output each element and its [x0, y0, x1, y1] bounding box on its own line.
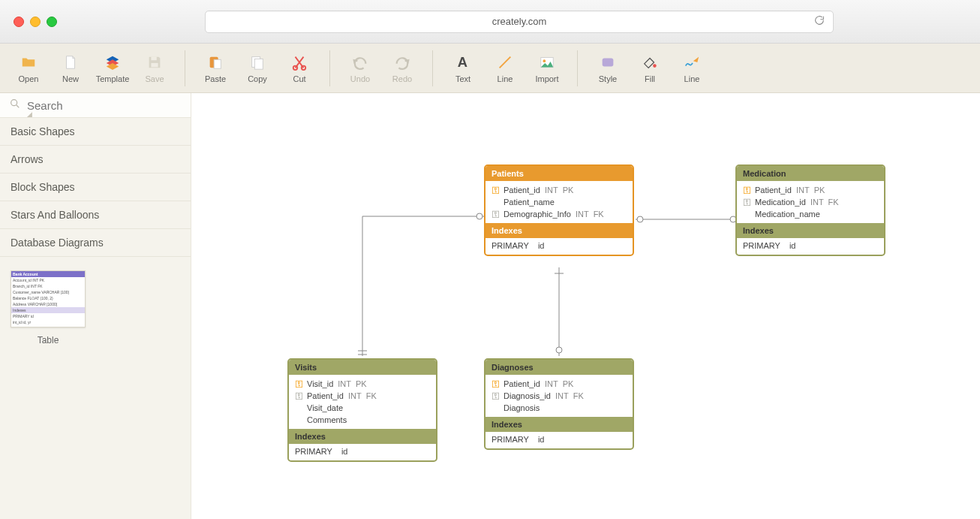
svg-text:A: A: [458, 54, 467, 70]
svg-point-6: [293, 65, 298, 70]
indexes-header: Indexes: [289, 429, 436, 444]
table-row: Visit_date: [293, 402, 436, 414]
svg-line-9: [500, 56, 511, 68]
paste-label: Paste: [205, 74, 226, 83]
fill-icon: [639, 53, 660, 71]
svg-point-14: [11, 100, 17, 106]
connector-patients-visits[interactable]: [358, 213, 493, 367]
cut-label: Cut: [293, 74, 305, 83]
svg-point-11: [543, 59, 546, 62]
table-row: ⚿ Patient_id INT PK: [490, 378, 633, 390]
line-label: Line: [498, 74, 513, 83]
svg-point-7: [302, 65, 306, 70]
palette-table-shape[interactable]: Bank Account Account_id INT PK Branch_id…: [11, 270, 86, 345]
line-button[interactable]: Line: [484, 48, 526, 89]
template-button[interactable]: Template: [92, 48, 134, 89]
key-icon: ⚿: [295, 379, 302, 388]
undo-icon: [350, 53, 371, 71]
save-button[interactable]: Save: [134, 48, 176, 89]
style-button[interactable]: Style: [587, 48, 629, 89]
index-row: PRIMARYid: [485, 432, 633, 448]
close-window-button[interactable]: [14, 17, 24, 27]
key-icon: ⚿: [743, 186, 750, 195]
search-icon: [9, 98, 21, 113]
svg-rect-5: [254, 59, 263, 69]
table-visits[interactable]: Visits ⚿ Visit_id INT PK ⚿ Patient_id IN…: [287, 358, 437, 462]
dropdown-caret-icon[interactable]: ◢: [27, 110, 32, 118]
open-button[interactable]: Open: [8, 48, 50, 89]
connector-patients-diagnoses[interactable]: [553, 267, 565, 364]
line-icon: [495, 53, 516, 71]
search-input[interactable]: [27, 99, 182, 112]
table-row: ⚿ Visit_id INT PK: [293, 378, 436, 390]
indexes-header: Indexes: [485, 417, 633, 432]
import-button[interactable]: Import: [526, 48, 568, 89]
redo-icon: [392, 53, 413, 71]
maximize-window-button[interactable]: [47, 17, 57, 27]
table-title: Visits: [289, 360, 436, 375]
key-icon: ⚿: [492, 391, 499, 400]
table-diagnoses[interactable]: Diagnoses ⚿ Patient_id INT PK ⚿ Diagnosi…: [484, 358, 634, 450]
new-label: New: [62, 74, 79, 83]
palette-thumb: Bank Account Account_id INT PK Branch_id…: [11, 270, 86, 327]
sidebar-item-block-shapes[interactable]: Block Shapes: [0, 174, 191, 201]
table-row: ⚿ Diagnosis_id INT FK: [490, 390, 633, 402]
browser-chrome: creately.com: [0, 0, 980, 44]
line-style-icon: [681, 53, 702, 71]
copy-button[interactable]: Copy: [236, 48, 278, 89]
save-label: Save: [145, 74, 164, 83]
new-file-icon: [60, 53, 81, 71]
table-medication[interactable]: Medication ⚿ Patient_id INT PK ⚿ Medicat…: [735, 164, 885, 256]
sidebar-item-stars-balloons[interactable]: Stars And Balloons: [0, 201, 191, 229]
table-row: Patient_name: [490, 196, 633, 208]
table-row: ⚿ Medication_id INT FK: [741, 196, 884, 208]
new-button[interactable]: New: [50, 48, 92, 89]
canvas[interactable]: Patients ⚿ Patient_id INT PK Patient_nam…: [191, 93, 980, 519]
toolbar: Open New Template Save Paste Copy Cut: [0, 44, 980, 93]
key-icon: ⚿: [492, 379, 499, 388]
redo-label: Redo: [392, 74, 412, 83]
main-area: ◢ Basic Shapes Arrows Block Shapes Stars…: [0, 93, 980, 519]
paste-icon: [205, 53, 226, 71]
import-label: Import: [535, 74, 558, 83]
redo-button[interactable]: Redo: [381, 48, 423, 89]
template-icon: [102, 53, 123, 71]
sidebar: ◢ Basic Shapes Arrows Block Shapes Stars…: [0, 93, 191, 519]
toolbar-separator: [185, 50, 185, 86]
palette-label: Table: [11, 335, 86, 345]
template-label: Template: [96, 74, 130, 83]
cut-icon: [289, 53, 310, 71]
table-row: ⚿ Patient_id INT PK: [741, 184, 884, 196]
fill-button[interactable]: Fill: [629, 48, 671, 89]
index-row: PRIMARYid: [737, 238, 884, 255]
key-icon: ⚿: [492, 186, 499, 195]
table-row: Medication_name: [741, 208, 884, 220]
reload-icon[interactable]: [813, 14, 825, 29]
undo-label: Undo: [350, 74, 370, 83]
sidebar-item-basic-shapes[interactable]: Basic Shapes: [0, 118, 191, 146]
line-style-button[interactable]: Line: [671, 48, 713, 89]
table-patients[interactable]: Patients ⚿ Patient_id INT PK Patient_nam…: [484, 164, 634, 256]
open-label: Open: [19, 74, 39, 83]
key-icon: ⚿: [492, 210, 499, 219]
sidebar-item-database-diagrams[interactable]: Database Diagrams: [0, 229, 191, 257]
address-bar[interactable]: creately.com: [205, 11, 834, 33]
sidebar-item-arrows[interactable]: Arrows: [0, 146, 191, 174]
cut-button[interactable]: Cut: [278, 48, 320, 89]
minimize-window-button[interactable]: [30, 17, 41, 27]
text-icon: A: [452, 53, 473, 71]
paste-button[interactable]: Paste: [194, 48, 236, 89]
toolbar-separator: [432, 50, 433, 86]
fill-label: Fill: [645, 74, 655, 83]
connector-patients-medication[interactable]: [633, 213, 745, 227]
table-row: ⚿ Patient_id INT FK: [293, 390, 436, 402]
svg-rect-1: [151, 62, 158, 67]
import-icon: [537, 53, 558, 71]
line-style-label: Line: [684, 74, 700, 83]
folder-icon: [18, 53, 39, 71]
text-button[interactable]: A Text: [442, 48, 484, 89]
indexes-header: Indexes: [737, 223, 884, 238]
save-icon: [144, 53, 165, 71]
svg-rect-12: [603, 58, 614, 66]
undo-button[interactable]: Undo: [339, 48, 381, 89]
